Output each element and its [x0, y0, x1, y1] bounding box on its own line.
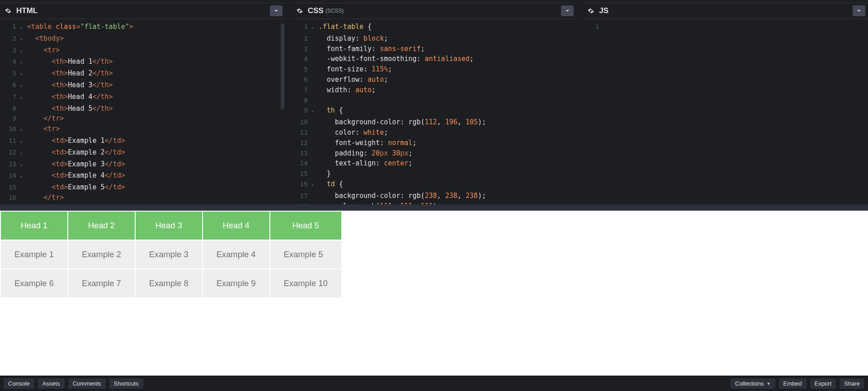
assets-button[interactable]: Assets: [38, 378, 65, 389]
code-content[interactable]: <table class="flat-table">: [25, 22, 133, 32]
code-line[interactable]: 1▾.flat-table {: [292, 22, 577, 33]
code-line[interactable]: 2 display: block;: [292, 33, 577, 44]
code-line[interactable]: 8 <th>Head 5</th>: [0, 104, 285, 114]
code-line[interactable]: 12 font-weight: normal;: [292, 138, 577, 148]
horizontal-resizer[interactable]: [0, 204, 868, 211]
code-content[interactable]: <tr>: [25, 45, 60, 56]
share-button[interactable]: Share: [840, 378, 864, 389]
js-editor[interactable]: 1: [583, 19, 868, 204]
fold-marker[interactable]: ▾: [20, 124, 25, 136]
code-line[interactable]: 16▾ td {: [292, 179, 577, 191]
output-preview[interactable]: Head 1Head 2Head 3Head 4Head 5Example 1E…: [0, 211, 868, 376]
code-content[interactable]: <td>Example 2</td>: [25, 147, 125, 158]
code-line[interactable]: 5 font-size: 115%;: [292, 64, 577, 75]
code-content[interactable]: color: rgb(111, 111, 111);: [317, 201, 441, 204]
fold-marker[interactable]: ▾: [20, 57, 25, 68]
code-line[interactable]: 1▾<table class="flat-table">: [0, 22, 285, 33]
code-line[interactable]: 9 </tr>: [0, 113, 285, 124]
chevron-down-icon[interactable]: [270, 5, 283, 16]
code-line[interactable]: 17 background-color: rgb(238, 238, 238);: [292, 191, 577, 201]
css-editor[interactable]: 1▾.flat-table {2 display: block;3 font-f…: [292, 19, 577, 204]
collections-button[interactable]: Collections▼: [731, 378, 775, 389]
code-line[interactable]: 8: [292, 95, 577, 106]
code-content[interactable]: .flat-table {: [317, 22, 372, 32]
code-content[interactable]: background-color: rgb(112, 196, 105);: [317, 117, 486, 127]
code-content[interactable]: display: block;: [317, 33, 388, 44]
code-content[interactable]: width: auto;: [317, 85, 376, 95]
code-content[interactable]: th {: [317, 105, 343, 116]
code-line[interactable]: 3 font-family: sans-serif;: [292, 44, 577, 54]
code-content[interactable]: <td>Example 1</td>: [25, 136, 125, 146]
fold-marker[interactable]: ▾: [20, 147, 25, 159]
chevron-down-icon[interactable]: [853, 5, 865, 16]
code-content[interactable]: <th>Head 5</th>: [25, 104, 113, 114]
fold-marker[interactable]: ▾: [20, 92, 25, 104]
code-content[interactable]: }: [317, 169, 331, 179]
gear-icon[interactable]: [585, 5, 596, 16]
code-line[interactable]: 10 background-color: rgb(112, 196, 105);: [292, 117, 577, 127]
code-content[interactable]: <td>Example 3</td>: [25, 159, 125, 170]
code-content[interactable]: font-weight: normal;: [317, 138, 417, 148]
code-line[interactable]: 4 -webkit-font-smoothing: antialiased;: [292, 54, 577, 64]
code-content[interactable]: td {: [317, 179, 343, 189]
code-line[interactable]: 17▾ <tr>: [0, 203, 285, 204]
fold-marker[interactable]: ▾: [20, 136, 25, 147]
code-content[interactable]: background-color: rgb(238, 238, 238);: [317, 191, 486, 201]
console-button[interactable]: Console: [4, 378, 34, 389]
code-content[interactable]: </tr>: [25, 193, 64, 203]
code-line[interactable]: 12▾ <td>Example 2</td>: [0, 147, 285, 159]
shortcuts-button[interactable]: Shortcuts: [109, 378, 143, 389]
code-line[interactable]: 15 <td>Example 5</td>: [0, 182, 285, 193]
code-content[interactable]: overflow: auto;: [317, 75, 388, 85]
code-line[interactable]: 9▾ th {: [292, 105, 577, 117]
code-content[interactable]: -webkit-font-smoothing: antialiased;: [317, 54, 474, 64]
code-content[interactable]: <tr>: [25, 124, 60, 134]
code-content[interactable]: <tr>: [25, 203, 60, 204]
fold-marker[interactable]: ▾: [20, 45, 25, 57]
code-content[interactable]: </tr>: [25, 113, 64, 124]
code-line[interactable]: 18 color: rgb(111, 111, 111);: [292, 201, 577, 204]
export-button[interactable]: Export: [810, 378, 836, 389]
code-content[interactable]: <th>Head 2</th>: [25, 68, 113, 79]
code-content[interactable]: <th>Head 1</th>: [25, 57, 113, 67]
code-line[interactable]: 2▾ <tbody>: [0, 33, 285, 45]
code-content[interactable]: font-size: 115%;: [317, 64, 392, 75]
code-line[interactable]: 5▾ <th>Head 2</th>: [0, 68, 285, 80]
fold-marker[interactable]: ▾: [311, 179, 317, 191]
code-line[interactable]: 6 overflow: auto;: [292, 75, 577, 85]
scrollbar-thumb[interactable]: [281, 24, 284, 109]
code-line[interactable]: 13 padding: 20px 30px;: [292, 148, 577, 159]
code-line[interactable]: 14 text-align: center;: [292, 158, 577, 169]
fold-marker[interactable]: ▾: [20, 80, 25, 92]
code-content[interactable]: <th>Head 3</th>: [25, 80, 113, 90]
code-line[interactable]: 7 width: auto;: [292, 85, 577, 95]
fold-marker[interactable]: ▾: [311, 22, 317, 33]
code-content[interactable]: color: white;: [317, 127, 388, 138]
html-editor[interactable]: 1▾<table class="flat-table">2▾ <tbody>3▾…: [0, 19, 285, 204]
code-line[interactable]: 10▾ <tr>: [0, 124, 285, 136]
code-line[interactable]: 6▾ <th>Head 3</th>: [0, 80, 285, 92]
fold-marker[interactable]: ▾: [20, 22, 25, 33]
code-content[interactable]: text-align: center;: [317, 158, 413, 169]
code-line[interactable]: 1: [583, 22, 868, 32]
code-content[interactable]: padding: 20px 30px;: [317, 148, 413, 159]
fold-marker[interactable]: ▾: [20, 170, 25, 182]
chevron-down-icon[interactable]: [561, 5, 574, 16]
fold-marker[interactable]: ▾: [20, 203, 25, 204]
gear-icon[interactable]: [294, 5, 305, 16]
code-content[interactable]: <th>Head 4</th>: [25, 92, 113, 102]
fold-marker[interactable]: ▾: [20, 159, 25, 171]
code-line[interactable]: 11 color: white;: [292, 127, 577, 138]
code-line[interactable]: 11▾ <td>Example 1</td>: [0, 136, 285, 147]
code-line[interactable]: 15 }: [292, 169, 577, 179]
code-line[interactable]: 14▾ <td>Example 4</td>: [0, 170, 285, 182]
code-line[interactable]: 3▾ <tr>: [0, 45, 285, 57]
code-content[interactable]: <td>Example 5</td>: [25, 182, 125, 193]
code-line[interactable]: 4▾ <th>Head 1</th>: [0, 57, 285, 68]
code-content[interactable]: <tbody>: [25, 33, 64, 44]
fold-marker[interactable]: ▾: [311, 105, 317, 117]
embed-button[interactable]: Embed: [779, 378, 807, 389]
code-line[interactable]: 13▾ <td>Example 3</td>: [0, 159, 285, 171]
comments-button[interactable]: Comments: [68, 378, 106, 389]
code-line[interactable]: 7▾ <th>Head 4</th>: [0, 92, 285, 104]
